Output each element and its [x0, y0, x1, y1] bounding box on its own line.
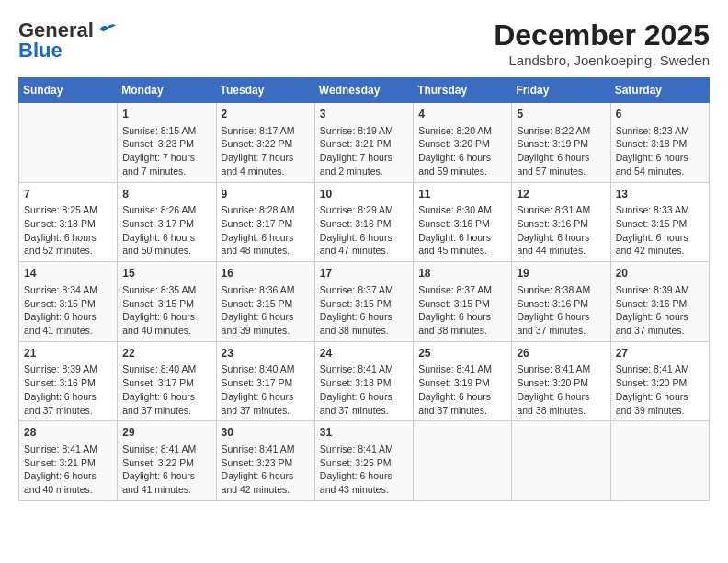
calendar-cell: 25Sunrise: 8:41 AM Sunset: 3:19 PM Dayli… — [414, 341, 512, 421]
calendar-cell: 22Sunrise: 8:40 AM Sunset: 3:17 PM Dayli… — [118, 341, 216, 421]
calendar-cell: 16Sunrise: 8:36 AM Sunset: 3:15 PM Dayli… — [216, 262, 314, 342]
day-info: Sunrise: 8:28 AM Sunset: 3:17 PM Dayligh… — [222, 203, 310, 258]
calendar-week-row: 21Sunrise: 8:39 AM Sunset: 3:16 PM Dayli… — [19, 341, 710, 421]
day-number: 28 — [24, 425, 112, 441]
calendar-cell: 6Sunrise: 8:23 AM Sunset: 3:18 PM Daylig… — [610, 103, 709, 183]
col-friday: Friday — [512, 78, 610, 103]
day-number: 6 — [616, 107, 704, 122]
day-info: Sunrise: 8:31 AM Sunset: 3:16 PM Dayligh… — [517, 203, 605, 258]
day-number: 8 — [122, 187, 210, 202]
day-info: Sunrise: 8:17 AM Sunset: 3:22 PM Dayligh… — [222, 124, 310, 178]
day-number: 25 — [418, 346, 506, 362]
day-info: Sunrise: 8:40 AM Sunset: 3:17 PM Dayligh… — [122, 362, 210, 417]
day-number: 4 — [418, 107, 506, 122]
calendar-cell: 31Sunrise: 8:41 AM Sunset: 3:25 PM Dayli… — [314, 421, 413, 501]
calendar-cell: 18Sunrise: 8:37 AM Sunset: 3:15 PM Dayli… — [414, 262, 512, 342]
day-number: 11 — [418, 187, 506, 202]
day-number: 10 — [320, 187, 408, 202]
calendar-cell: 30Sunrise: 8:41 AM Sunset: 3:23 PM Dayli… — [216, 421, 314, 501]
day-number: 13 — [616, 187, 704, 202]
col-saturday: Saturday — [610, 78, 709, 103]
day-info: Sunrise: 8:25 AM Sunset: 3:18 PM Dayligh… — [24, 203, 112, 258]
day-info: Sunrise: 8:15 AM Sunset: 3:23 PM Dayligh… — [122, 124, 210, 178]
day-number: 27 — [616, 346, 704, 362]
day-info: Sunrise: 8:41 AM Sunset: 3:18 PM Dayligh… — [320, 362, 408, 417]
day-info: Sunrise: 8:29 AM Sunset: 3:16 PM Dayligh… — [320, 203, 408, 258]
calendar-week-row: 28Sunrise: 8:41 AM Sunset: 3:21 PM Dayli… — [19, 421, 710, 501]
day-number: 18 — [418, 266, 506, 282]
day-info: Sunrise: 8:33 AM Sunset: 3:15 PM Dayligh… — [616, 203, 704, 258]
day-number: 21 — [24, 346, 112, 362]
title-block: December 2025 Landsbro, Joenkoeping, Swe… — [494, 18, 710, 68]
calendar-cell: 20Sunrise: 8:39 AM Sunset: 3:16 PM Dayli… — [610, 262, 709, 342]
calendar-cell — [512, 421, 610, 501]
calendar-cell: 11Sunrise: 8:30 AM Sunset: 3:16 PM Dayli… — [414, 182, 512, 262]
calendar-cell: 5Sunrise: 8:22 AM Sunset: 3:19 PM Daylig… — [512, 103, 610, 183]
day-number: 29 — [122, 425, 210, 441]
calendar-cell: 26Sunrise: 8:41 AM Sunset: 3:20 PM Dayli… — [512, 341, 610, 421]
day-info: Sunrise: 8:40 AM Sunset: 3:17 PM Dayligh… — [222, 362, 310, 417]
col-sunday: Sunday — [19, 78, 118, 103]
calendar-cell: 14Sunrise: 8:34 AM Sunset: 3:15 PM Dayli… — [19, 262, 118, 342]
day-number: 14 — [24, 266, 112, 282]
col-monday: Monday — [118, 78, 216, 103]
day-info: Sunrise: 8:36 AM Sunset: 3:15 PM Dayligh… — [222, 283, 310, 338]
day-info: Sunrise: 8:37 AM Sunset: 3:15 PM Dayligh… — [418, 283, 506, 338]
calendar-week-row: 1Sunrise: 8:15 AM Sunset: 3:23 PM Daylig… — [19, 103, 710, 183]
calendar-cell: 13Sunrise: 8:33 AM Sunset: 3:15 PM Dayli… — [610, 182, 709, 262]
calendar-cell: 4Sunrise: 8:20 AM Sunset: 3:20 PM Daylig… — [414, 103, 512, 183]
day-info: Sunrise: 8:34 AM Sunset: 3:15 PM Dayligh… — [24, 283, 112, 338]
calendar-subtitle: Landsbro, Joenkoeping, Sweden — [494, 52, 710, 68]
day-info: Sunrise: 8:38 AM Sunset: 3:16 PM Dayligh… — [517, 283, 605, 338]
calendar-header-row: Sunday Monday Tuesday Wednesday Thursday… — [19, 78, 710, 103]
page-header: General Blue December 2025 Landsbro, Joe… — [18, 18, 710, 68]
day-info: Sunrise: 8:41 AM Sunset: 3:21 PM Dayligh… — [24, 442, 112, 497]
calendar-cell: 2Sunrise: 8:17 AM Sunset: 3:22 PM Daylig… — [216, 103, 314, 183]
day-number: 23 — [222, 346, 310, 362]
calendar-cell: 12Sunrise: 8:31 AM Sunset: 3:16 PM Dayli… — [512, 182, 610, 262]
calendar-cell: 1Sunrise: 8:15 AM Sunset: 3:23 PM Daylig… — [118, 103, 216, 183]
calendar-cell: 10Sunrise: 8:29 AM Sunset: 3:16 PM Dayli… — [314, 182, 413, 262]
calendar-cell — [19, 103, 118, 183]
col-thursday: Thursday — [414, 78, 512, 103]
calendar-cell: 24Sunrise: 8:41 AM Sunset: 3:18 PM Dayli… — [314, 341, 413, 421]
logo: General Blue — [18, 18, 118, 63]
day-number: 24 — [320, 346, 408, 362]
day-number: 15 — [122, 266, 210, 282]
day-info: Sunrise: 8:41 AM Sunset: 3:22 PM Dayligh… — [122, 442, 210, 497]
day-number: 31 — [320, 425, 408, 441]
calendar-cell: 3Sunrise: 8:19 AM Sunset: 3:21 PM Daylig… — [314, 103, 413, 183]
day-number: 17 — [320, 266, 408, 282]
day-info: Sunrise: 8:39 AM Sunset: 3:16 PM Dayligh… — [24, 362, 112, 417]
calendar-week-row: 7Sunrise: 8:25 AM Sunset: 3:18 PM Daylig… — [19, 182, 710, 262]
day-number: 19 — [517, 266, 605, 282]
day-info: Sunrise: 8:41 AM Sunset: 3:20 PM Dayligh… — [616, 362, 704, 417]
day-info: Sunrise: 8:41 AM Sunset: 3:25 PM Dayligh… — [320, 442, 408, 497]
day-info: Sunrise: 8:19 AM Sunset: 3:21 PM Dayligh… — [320, 124, 408, 178]
day-info: Sunrise: 8:41 AM Sunset: 3:19 PM Dayligh… — [418, 362, 506, 417]
day-number: 2 — [222, 107, 310, 122]
day-info: Sunrise: 8:23 AM Sunset: 3:18 PM Dayligh… — [616, 124, 704, 178]
calendar-cell: 21Sunrise: 8:39 AM Sunset: 3:16 PM Dayli… — [19, 341, 118, 421]
calendar-week-row: 14Sunrise: 8:34 AM Sunset: 3:15 PM Dayli… — [19, 262, 710, 342]
col-wednesday: Wednesday — [314, 78, 413, 103]
calendar-title: December 2025 — [494, 18, 710, 52]
calendar-cell: 8Sunrise: 8:26 AM Sunset: 3:17 PM Daylig… — [118, 182, 216, 262]
logo-blue-text: Blue — [18, 39, 63, 63]
day-info: Sunrise: 8:20 AM Sunset: 3:20 PM Dayligh… — [418, 124, 506, 178]
calendar-cell — [610, 421, 709, 501]
calendar-cell: 28Sunrise: 8:41 AM Sunset: 3:21 PM Dayli… — [19, 421, 118, 501]
col-tuesday: Tuesday — [216, 78, 314, 103]
calendar-cell: 15Sunrise: 8:35 AM Sunset: 3:15 PM Dayli… — [118, 262, 216, 342]
day-number: 12 — [517, 187, 605, 202]
day-info: Sunrise: 8:26 AM Sunset: 3:17 PM Dayligh… — [122, 203, 210, 258]
day-number: 22 — [122, 346, 210, 362]
day-info: Sunrise: 8:22 AM Sunset: 3:19 PM Dayligh… — [517, 124, 605, 178]
calendar-cell: 19Sunrise: 8:38 AM Sunset: 3:16 PM Dayli… — [512, 262, 610, 342]
day-number: 16 — [222, 266, 310, 282]
calendar-cell: 17Sunrise: 8:37 AM Sunset: 3:15 PM Dayli… — [314, 262, 413, 342]
day-info: Sunrise: 8:30 AM Sunset: 3:16 PM Dayligh… — [418, 203, 506, 258]
day-info: Sunrise: 8:37 AM Sunset: 3:15 PM Dayligh… — [320, 283, 408, 338]
day-number: 5 — [517, 107, 605, 122]
day-info: Sunrise: 8:39 AM Sunset: 3:16 PM Dayligh… — [616, 283, 704, 338]
